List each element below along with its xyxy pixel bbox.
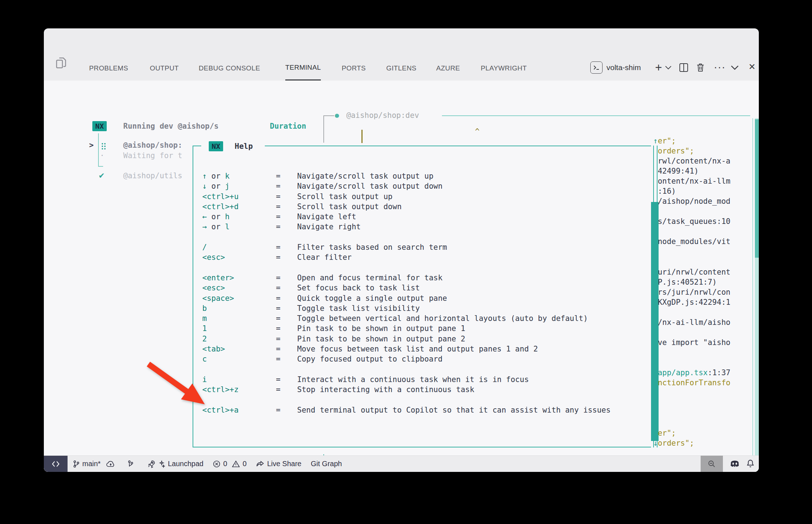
help-row (202, 263, 666, 273)
sidebar-item-explorer[interactable] (50, 52, 72, 74)
output-box-top-line (442, 115, 750, 116)
git-graph-label: Git Graph (311, 460, 342, 468)
help-row: ↓ or j=Navigate/scroll task output down (202, 181, 666, 191)
output-line: er"; (653, 428, 756, 438)
commit-graph-icon (127, 460, 134, 468)
help-row: /=Filter tasks based on search term (202, 242, 666, 252)
output-line: /nx-ai-llm/aisho (653, 317, 756, 327)
task-spinner-icon (101, 142, 108, 150)
git-graph-status-item[interactable]: Git Graph (311, 460, 342, 468)
tab-problems[interactable]: PROBLEMS (89, 56, 128, 81)
problems-status-item[interactable]: 0 0 (213, 460, 246, 468)
terminal-content: NX Running dev @aishop/s Duration > @ais… (44, 81, 759, 455)
help-row: <ctrl>+u=Scroll task output up (202, 192, 666, 202)
help-row: <ctrl>+d=Scroll task output down (202, 202, 666, 212)
rocket-icon (147, 460, 156, 468)
tab-gitlens[interactable]: GITLENS (386, 56, 416, 81)
output-line: node_modules/vit (653, 236, 756, 247)
help-row (202, 232, 666, 242)
help-box-left-border (193, 146, 193, 447)
output-line: ↓orders"; (653, 438, 756, 448)
output-line: :16) (653, 186, 756, 196)
copilot-status-icon[interactable] (729, 459, 740, 469)
output-line: rs/juri/nrwl/con (653, 287, 756, 297)
pipeline-status-item[interactable] (127, 460, 134, 468)
help-row: → or l=Navigate right (202, 222, 666, 232)
output-line: KXgDP.js:42294:1 (653, 297, 756, 307)
help-row: <space>=Quick toggle a single output pan… (202, 293, 666, 303)
help-row: i=Interact with a continuous task when i… (202, 374, 666, 385)
tab-debug-console[interactable]: DEBUG CONSOLE (199, 56, 260, 81)
task-sub-bullet: · (100, 151, 105, 160)
output-line (653, 257, 756, 267)
output-line (653, 418, 756, 428)
help-row (202, 364, 666, 374)
output-line: orders"; (653, 146, 756, 156)
remote-indicator-button[interactable] (44, 456, 68, 472)
kill-terminal-trash-icon[interactable] (696, 63, 705, 72)
runner-title: Running dev @aishop/s (123, 122, 219, 130)
output-line (653, 327, 756, 337)
task-tree-line (98, 133, 99, 167)
output-box-right-border (752, 118, 753, 472)
output-line: 42499:41) (653, 166, 756, 176)
split-terminal-icon[interactable] (679, 63, 688, 72)
output-line: ve import "aisho (653, 337, 756, 348)
terminal-instance-label[interactable]: volta-shim (606, 61, 641, 74)
hide-panel-chevron-icon[interactable] (731, 64, 739, 72)
files-icon (54, 56, 68, 70)
help-row: <ctrl>+a=Send terminal output to Copilot… (202, 405, 666, 415)
live-share-status-item[interactable]: Live Share (256, 460, 301, 468)
tab-playwright[interactable]: PLAYWRIGHT (481, 56, 527, 81)
help-box-bottom-border (193, 447, 651, 447)
output-line (653, 226, 756, 236)
help-box-top-stub (193, 146, 201, 146)
output-line (653, 388, 756, 398)
output-line: uri/nrwl/content (653, 267, 756, 277)
output-pane-title: @aishop/shop:dev (346, 111, 419, 120)
vscode-window: ← → aishop PROBLEMS OUTPUT DEBUG (44, 28, 759, 472)
output-line: app/app.tsx:1:37 (653, 368, 756, 378)
nx-runner-badge: NX (92, 121, 107, 131)
output-caret-char: ^ (475, 127, 480, 136)
output-line (653, 408, 756, 418)
output-line (653, 358, 756, 368)
help-row: 1=Pin task to be shown in output pane 1 (202, 323, 666, 334)
tab-terminal[interactable]: TERMINAL (285, 56, 321, 81)
output-line: P.js:40521:7) (653, 277, 756, 287)
output-line: ↑er"; (653, 136, 756, 146)
branch-status-item[interactable]: main* (73, 460, 115, 468)
warning-count: 0 (243, 460, 246, 468)
share-arrow-icon (256, 460, 264, 468)
zoom-out-status-button[interactable] (701, 456, 723, 472)
close-panel-icon[interactable]: ✕ (746, 59, 758, 75)
launchpad-label: Launchpad (168, 460, 203, 468)
panel-more-actions-icon[interactable]: ··· (712, 59, 727, 75)
help-row: b=Toggle task list visibility (202, 303, 666, 313)
terminal-launch-chevron-icon[interactable] (665, 64, 672, 72)
help-row: ↑ or k=Navigate/scroll task output up (202, 171, 666, 181)
task-tree-elbow (98, 166, 103, 167)
tab-azure[interactable]: AZURE (436, 56, 460, 81)
live-share-label: Live Share (267, 460, 301, 468)
panel-tab-strip: PROBLEMS OUTPUT DEBUG CONSOLE TERMINAL P… (44, 56, 759, 81)
error-count: 0 (223, 460, 227, 468)
task-label-2[interactable]: @aishop/utils (123, 171, 182, 180)
help-title: Help (235, 142, 253, 151)
help-row: <ctrl>+z=Stop interacting with a continu… (202, 385, 666, 395)
tab-ports[interactable]: PORTS (342, 56, 366, 81)
output-line (653, 348, 756, 358)
help-row: ← or h=Navigate left (202, 212, 666, 222)
task-check-icon: ✔ (98, 171, 105, 180)
launchpad-status-item[interactable]: Launchpad (147, 460, 203, 468)
tab-output[interactable]: OUTPUT (150, 56, 179, 81)
task-caret: > (89, 141, 94, 150)
terminal-text-cursor (361, 130, 363, 143)
task-label[interactable]: @aishop/shop: (123, 141, 182, 150)
new-terminal-button[interactable]: + (652, 59, 665, 76)
notifications-bell-icon[interactable] (746, 459, 755, 469)
help-shortcut-list: ↑ or k=Navigate/scroll task output up↓ o… (202, 171, 666, 415)
output-scrollbar-thumb[interactable] (755, 119, 759, 258)
help-row: <enter>=Open and focus terminal for task (202, 273, 666, 283)
sync-cloud-icon[interactable] (106, 460, 115, 468)
